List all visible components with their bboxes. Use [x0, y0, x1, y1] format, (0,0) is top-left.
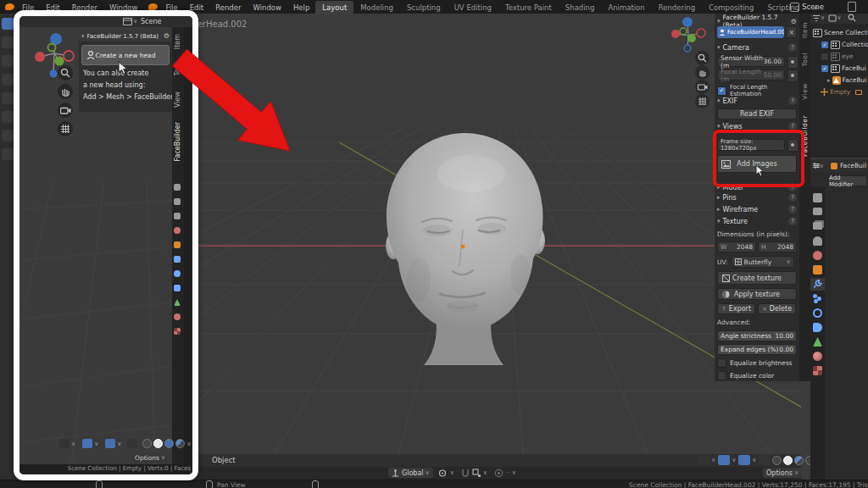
chevron-down-icon[interactable]: ∨: [483, 469, 487, 476]
object-properties-tab[interactable]: [174, 241, 181, 248]
workspace-tab-animation[interactable]: Animation: [601, 1, 651, 14]
orientation-dropdown[interactable]: Global ∨: [388, 468, 433, 478]
physics-properties-tab[interactable]: [174, 270, 181, 277]
read-exif-button[interactable]: Read EXIF: [717, 108, 797, 119]
checkbox-checked[interactable]: ✓: [821, 41, 829, 49]
focal-estimation-row[interactable]: ✓ Focal Length Estimation: [717, 84, 797, 97]
head-model[interactable]: [386, 133, 545, 365]
equalize-brightness-row[interactable]: Equalize brightness: [717, 358, 797, 368]
expand-edges-slider[interactable]: Expand edges (%) 0.00: [717, 344, 797, 355]
shading-material-button[interactable]: [164, 439, 174, 448]
gear-icon[interactable]: ⚙: [791, 18, 797, 25]
overlays-toggle[interactable]: [105, 439, 115, 448]
texture-section-header[interactable]: ▾ Texture ?: [717, 217, 797, 225]
shading-solid-button[interactable]: [153, 439, 163, 448]
wireframe-section-header[interactable]: ▸ Wireframe ?: [717, 205, 797, 214]
gizmos-toggle[interactable]: [718, 455, 730, 465]
proportional-edit-icon[interactable]: [494, 469, 504, 478]
workspace-tab-compositing[interactable]: Compositing: [702, 1, 760, 14]
data-properties-tab[interactable]: [174, 299, 181, 306]
help-icon[interactable]: ?: [788, 193, 797, 202]
delete-button[interactable]: × Delete: [758, 303, 796, 314]
workspace-tab-modeling[interactable]: Modeling: [353, 1, 400, 14]
exif-section-header[interactable]: ▾ EXIF ?: [717, 97, 797, 105]
outliner-row-eye[interactable]: eye: [821, 51, 854, 62]
tab-item[interactable]: Item: [801, 22, 809, 38]
gizmo-x-neg-axis[interactable]: [697, 29, 705, 37]
zoom-button[interactable]: [695, 51, 709, 65]
help-icon[interactable]: ?: [788, 217, 797, 225]
checkbox-unchecked[interactable]: [717, 358, 726, 368]
chevron-down-icon[interactable]: ∨: [71, 441, 75, 447]
shading-material-button[interactable]: [794, 456, 804, 465]
gizmo-z-axis[interactable]: [682, 17, 693, 27]
focal-length-field[interactable]: Focal Length (m 50.00: [717, 69, 785, 80]
output-properties-tab[interactable]: [174, 198, 181, 205]
options-dropdown[interactable]: Options ∨: [763, 468, 802, 478]
new-scene-icon[interactable]: [848, 2, 856, 12]
shading-solid-button[interactable]: [783, 456, 793, 465]
add-modifier-button[interactable]: Add Modifier: [828, 175, 867, 186]
angle-strictness-slider[interactable]: Angle strictness 10.00: [717, 330, 797, 341]
chevron-down-icon[interactable]: ∨: [821, 14, 825, 21]
chevron-down-icon[interactable]: ∨: [711, 457, 715, 463]
export-button[interactable]: ↑ Export: [717, 303, 755, 314]
filter-icon[interactable]: [812, 14, 821, 22]
object-properties-tab[interactable]: [813, 265, 822, 274]
chevron-down-icon[interactable]: ∨: [117, 441, 121, 447]
falloff-icon[interactable]: ~: [505, 469, 510, 476]
outliner-row-facebuilder-head[interactable]: ▸ FaceBui: [827, 75, 866, 86]
chevron-down-icon[interactable]: ∨: [450, 469, 454, 476]
chevron-down-icon[interactable]: ∨: [820, 163, 824, 169]
snap-magnet-icon[interactable]: [461, 469, 470, 478]
camera-section-header[interactable]: ▾ Camera ?: [717, 43, 797, 52]
display-mode-icon[interactable]: [828, 14, 837, 22]
world-properties-tab[interactable]: [174, 227, 181, 234]
help-icon[interactable]: ?: [788, 97, 797, 105]
chevron-down-icon[interactable]: ∨: [186, 441, 191, 447]
tab-view[interactable]: View: [801, 83, 809, 100]
options-dropdown[interactable]: Options ∨: [131, 452, 169, 463]
sensor-width-field[interactable]: Sensor Width (m 36.00: [717, 56, 785, 67]
xray-toggle[interactable]: [127, 439, 137, 448]
data-properties-tab[interactable]: [813, 337, 822, 347]
camera-view-button[interactable]: [695, 80, 709, 94]
workspace-tab-scripting[interactable]: Scripting: [760, 1, 806, 14]
checkbox-unchecked[interactable]: [717, 371, 726, 380]
overlays-toggle[interactable]: [738, 455, 750, 465]
search-icon[interactable]: [848, 14, 856, 22]
gizmo-z-neg-axis[interactable]: [684, 45, 691, 52]
material-properties-tab[interactable]: [174, 313, 181, 320]
ortho-grid-button[interactable]: [695, 94, 709, 108]
workspace-tab-texture-paint[interactable]: Texture Paint: [498, 1, 559, 14]
outliner-row-scene-collection[interactable]: Scene Collection: [813, 27, 868, 38]
viewlayer-properties-tab[interactable]: [174, 213, 181, 219]
outliner-row-facebuilder-collection[interactable]: ✓ FaceBui: [821, 63, 866, 74]
scene-name[interactable]: Scene: [802, 3, 824, 11]
pan-hand-button[interactable]: [695, 65, 709, 80]
scene-properties-tab[interactable]: [813, 236, 822, 246]
output-properties-tab[interactable]: [813, 208, 822, 215]
shading-rendered-button[interactable]: [175, 439, 185, 448]
texture-properties-tab[interactable]: [174, 328, 181, 335]
chevron-down-icon[interactable]: ∨: [94, 441, 98, 447]
shading-wireframe-button[interactable]: [772, 456, 782, 465]
shading-wireframe-button[interactable]: [142, 439, 152, 448]
material-properties-tab[interactable]: [813, 352, 822, 361]
pivot-point-icon[interactable]: [438, 469, 448, 478]
menu-object[interactable]: Object: [207, 454, 241, 467]
workspace-tab-uv-editing[interactable]: UV Editing: [448, 1, 498, 14]
workspace-tab-sculpting[interactable]: Sculpting: [400, 1, 448, 14]
tab-tool[interactable]: Tool: [801, 53, 809, 67]
physics-properties-tab[interactable]: [813, 308, 822, 318]
outliner-row-empty[interactable]: Empty: [821, 86, 862, 97]
editor-type-icon[interactable]: [812, 162, 820, 169]
workspace-tab-shading[interactable]: Shading: [559, 1, 602, 14]
help-icon[interactable]: ?: [788, 43, 797, 52]
create-texture-button[interactable]: Create texture: [717, 271, 797, 285]
gizmo-x-axis[interactable]: [671, 30, 680, 38]
deselect-head-button[interactable]: ×: [786, 26, 797, 38]
chevron-down-icon[interactable]: ∨: [837, 14, 841, 21]
sensor-keyframe-button[interactable]: [787, 56, 798, 69]
constraint-properties-tab[interactable]: [813, 323, 822, 332]
